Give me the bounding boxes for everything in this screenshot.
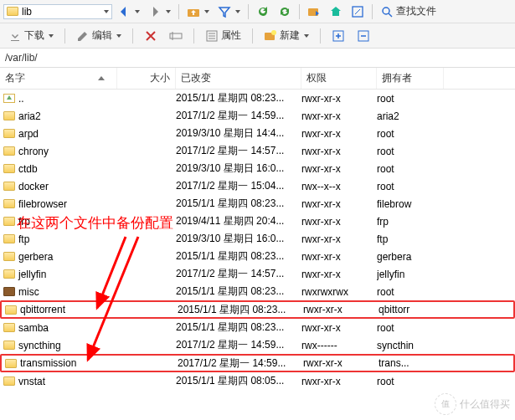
header-perm-label: 权限 [306,72,327,84]
header-size-label: 大小 [150,72,170,84]
cell-perm: rwxr-xr-x [301,269,377,280]
file-name: docker [18,181,49,192]
separator [320,28,321,44]
table-row[interactable]: misc2015/1/1 星期四 08:23...rwxrwxrwxroot [0,283,515,300]
chevron-down-icon [135,10,140,13]
refresh2-button[interactable] [275,3,295,20]
header-changed[interactable]: 已改变 [176,68,301,89]
cell-owner: root [377,146,444,157]
cell-owner: filebrow [377,198,444,210]
table-row[interactable]: ftp2019/3/10 星期日 16:0...rwxr-xr-xftp [0,230,515,248]
path-combo[interactable]: lib [3,4,112,19]
folder-icon [3,129,15,138]
find-button[interactable]: 查找文件 [377,3,440,20]
table-row[interactable]: ..2015/1/1 星期四 08:23...rwxr-xr-xroot [0,90,515,107]
go-folder-button[interactable] [304,3,324,20]
table-row[interactable]: frp2019/4/11 星期四 20:4...rwxr-xr-xfrp [0,213,515,230]
table-row[interactable]: chrony2017/1/2 星期一 14:57...rwxr-xr-xroot [0,142,515,160]
folder-icon [3,111,15,120]
home-button[interactable] [326,3,346,20]
cell-owner: trans... [379,357,445,369]
svg-point-7 [271,30,276,35]
table-row[interactable]: aria22017/1/2 星期一 14:59...rwxr-xr-xaria2 [0,107,515,125]
folder-icon [3,252,15,261]
cell-name: vnstat [3,376,117,387]
header-size[interactable]: 大小 [117,68,176,89]
table-row[interactable]: qbittorrent2015/1/1 星期四 08:23...rwxr-xr-… [0,300,515,319]
file-name: transmission [20,357,76,369]
cell-name: chrony [3,146,117,157]
table-row[interactable]: jellyfin2017/1/2 星期一 14:57...rwxr-xr-xje… [0,265,515,283]
header-perm[interactable]: 权限 [301,68,377,89]
new-button[interactable]: 新建 [260,27,312,44]
cell-owner: gerbera [377,251,444,263]
rename-button[interactable] [166,28,186,44]
table-row[interactable]: filebrowser2015/1/1 星期四 08:23...rwxr-xr-… [0,195,515,213]
cell-owner: qbittorr [379,304,445,315]
cell-name: misc [3,286,117,298]
parent-dir-button[interactable] [183,3,213,20]
cell-owner: root [377,376,444,387]
file-name: filebrowser [18,198,67,210]
header-owner[interactable]: 拥有者 [377,68,444,89]
cell-name: arpd [3,128,117,140]
edit-button[interactable]: 编辑 [73,27,125,44]
download-button[interactable]: 下载 [5,27,57,44]
svg-point-3 [383,8,389,14]
cell-changed: 2017/1/2 星期一 14:59... [176,338,301,352]
table-row[interactable]: docker2017/1/2 星期一 15:04...rwx--x--xroot [0,177,515,195]
cell-owner: ftp [377,233,444,245]
file-name: ctdb [18,163,38,175]
cell-perm: rwxr-xr-x [301,376,377,387]
folder-icon [3,199,15,208]
header-name-label: 名字 [5,71,25,85]
file-name: arpd [18,128,39,140]
cell-perm: rwxr-xr-x [301,198,377,210]
separator [64,28,65,44]
file-name: jellyfin [18,269,46,280]
folder-icon [3,269,15,279]
table-row[interactable]: ctdb2019/3/10 星期日 16:0...rwxr-xr-xroot [0,160,515,177]
root-icon-button[interactable] [348,3,368,20]
remove-button[interactable] [353,28,373,44]
svg-rect-4 [170,33,182,38]
table-row[interactable]: syncthing2017/1/2 星期一 14:59...rwx------s… [0,336,515,354]
cell-name: frp [3,216,117,228]
find-label: 查找文件 [396,4,436,18]
table-row[interactable]: vnstat2015/1/1 星期四 08:05...rwxr-xr-xroot [0,372,515,390]
cell-changed: 2019/3/10 星期日 16:0... [176,161,301,176]
cell-perm: rwx--x--x [301,181,377,192]
table-row[interactable]: samba2015/1/1 星期四 08:23...rwxr-xr-xroot [0,319,515,336]
folder-icon [3,146,15,156]
cell-name: gerbera [3,251,117,263]
new-label: 新建 [280,28,300,43]
cell-changed: 2019/3/10 星期日 16:0... [176,232,301,246]
refresh-button[interactable] [253,3,273,20]
folder-icon [5,359,17,368]
add-button[interactable] [328,28,348,44]
watermark-badge: 值 [435,393,456,415]
watermark: 值 什么值得买 [435,393,510,415]
table-row[interactable]: transmission2017/1/2 星期一 14:59...rwxr-xr… [0,354,515,372]
back-button[interactable] [114,3,143,20]
table-row[interactable]: arpd2019/3/10 星期日 14:4...rwxr-xr-xroot [0,125,515,142]
forward-button[interactable] [145,3,174,20]
download-label: 下载 [24,28,44,43]
file-name: qbittorrent [20,304,65,315]
cell-perm: rwxr-xr-x [301,251,377,263]
cell-perm: rwxr-xr-x [301,93,377,105]
file-name: ftp [18,233,29,245]
path-bar[interactable]: /var/lib/ [0,49,515,68]
properties-button[interactable]: 属性 [202,27,245,44]
cell-perm: rwxr-xr-x [301,322,377,334]
cell-perm: rwxrwxrwx [301,286,377,298]
table-row[interactable]: gerbera2015/1/1 星期四 08:23...rwxr-xr-xger… [0,248,515,265]
delete-button[interactable] [141,28,161,44]
folder-icon [3,234,15,243]
properties-label: 属性 [221,28,241,43]
cell-name: samba [3,322,117,334]
separator [193,28,194,44]
filter-button[interactable] [214,3,244,20]
file-name: gerbera [18,251,53,263]
header-name[interactable]: 名字 [0,68,117,89]
